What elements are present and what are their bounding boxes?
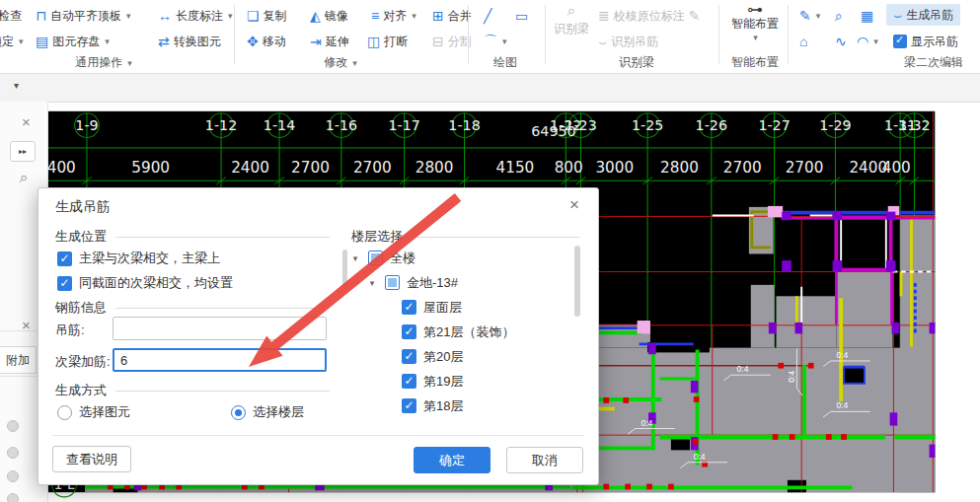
merge-button[interactable]: ⊞合并 [432,6,472,26]
expand-panel-button[interactable]: ▸▸ [10,141,36,162]
show-hanger-checkbox[interactable]: 显示吊筋 [893,32,958,51]
secondary-rebar-label: 次梁加筋: [55,353,111,371]
close-icon[interactable]: × [22,317,31,333]
partial-checkbox-icon[interactable] [368,251,383,265]
roof-tool-button[interactable]: ⌂ [799,32,807,51]
wave-tool-button[interactable]: ∿ [835,32,847,51]
tree-item-5[interactable]: 第19层 [349,369,574,394]
chevron-down-icon: ▾ [352,58,357,68]
dialog-close-icon[interactable]: × [569,195,579,215]
section-floor-select: 楼层选择 [351,228,580,246]
draw-rect-button[interactable]: ▭ [515,6,528,26]
floor-label: 第18层 [423,397,463,415]
radio-select-floor[interactable]: 选择楼层 [231,403,304,421]
expand-arrow-icon[interactable]: ▾ [366,278,378,288]
svg-text:1-32: 1-32 [898,117,930,133]
pen-tag-icon: ✎ [689,9,701,23]
chevron-down-icon: ▾ [502,36,507,46]
cloud-check-button[interactable]: 云检查 [0,6,22,26]
svg-text:2800: 2800 [415,159,454,177]
view-description-button[interactable]: 查看说明 [52,446,131,472]
generate-hanger-icon: ⌣ [893,8,902,22]
tree-item-4[interactable]: 第20层 [349,344,574,369]
auto-align-top-button[interactable]: ⊓自动平齐顶板▾ [36,6,130,26]
recognize-beam-icon: ⌕ [567,4,576,18]
checkbox-main-secondary[interactable]: 主梁与次梁相交，主梁上 [57,250,220,267]
ok-button[interactable]: 确定 [414,447,490,473]
merge-icon: ⊞ [432,9,444,23]
svg-text:0:4: 0:4 [836,350,848,360]
tree-item-1[interactable]: ▾金地-13# [349,270,574,295]
close-icon[interactable]: × [22,113,31,130]
tree-item-6[interactable]: 第18层 [349,394,574,418]
svg-text:1-9: 1-9 [75,117,98,133]
svg-text:2700: 2700 [723,159,762,177]
group-label-common[interactable]: 通用操作▾ [54,54,153,71]
move-button[interactable]: ✥移动 [247,32,286,51]
break-button[interactable]: ◫打断 [367,32,408,51]
partial-checkbox-icon[interactable] [385,275,400,290]
svg-text:2700: 2700 [786,159,824,177]
svg-text:1-29: 1-29 [819,117,851,133]
checked-checkbox-icon[interactable] [402,398,416,413]
cancel-button[interactable]: 取消 [506,447,583,473]
arc-icon: ⌒ [484,35,497,48]
checked-checkbox-icon[interactable] [402,374,416,389]
dialog-title: 生成吊筋 [55,198,111,216]
section-rebar-info: 钢筋信息 [55,299,330,317]
draw-line-button[interactable]: ╱ [484,6,491,26]
secondary-rebar-input[interactable] [113,348,327,372]
search-icon[interactable]: ⌕ [20,169,28,186]
layer-radio[interactable] [7,493,19,502]
tree-item-3[interactable]: 第21层（装饰） [349,320,574,344]
align-icon: ≡ [371,9,379,23]
chevron-down-icon: ▾ [126,11,131,21]
search-icon: ⌕ [835,9,843,23]
svg-text:4150: 4150 [496,159,535,177]
svg-text:5900: 5900 [131,159,170,177]
checked-checkbox-icon[interactable] [402,300,416,315]
checkbox-same-section[interactable]: 同截面的次梁相交，均设置 [57,274,233,292]
dotted-box-button[interactable]: ▦ [861,6,873,26]
generate-hanger-button[interactable]: ⌣生成吊筋 [886,4,960,26]
svg-text:2700: 2700 [291,159,330,177]
tab-attach[interactable]: 附加 [0,346,37,374]
chevron-down-icon: ▾ [127,58,132,68]
move-icon: ✥ [247,35,259,48]
save-icon: ▤ [36,35,48,48]
expand-arrow-icon[interactable]: ▾ [349,253,361,263]
radio-select-element[interactable]: 选择图元 [57,403,130,421]
draw-arc-button[interactable]: ⌒▾ [484,32,507,51]
layer-radio[interactable] [7,447,19,459]
smart-layout-button[interactable]: ⊶智能布置▾ [726,3,784,44]
pen-tool-button[interactable]: ✎▾ [799,6,820,26]
checked-checkbox-icon[interactable] [402,349,416,364]
copy-button[interactable]: ❏复制 [247,6,287,26]
align-button[interactable]: ≡对齐▾ [371,6,416,26]
search-tool-button[interactable]: ⌕ [835,6,843,26]
tree-item-2[interactable]: 屋面层 [349,295,574,320]
layer-radio[interactable] [7,470,19,482]
smart-layout-icon: ⊶ [747,3,763,17]
element-save-button[interactable]: ▤图元存盘▾ [36,32,110,51]
tree-item-0[interactable]: ▾全楼 [349,246,574,270]
copy-icon: ❏ [247,9,260,23]
convert-element-button[interactable]: ⇄转换图元 [158,32,221,51]
arch-tool-button[interactable]: ◠▾ [857,32,878,51]
chevron-down-icon: ▾ [412,11,416,21]
mirror-button[interactable]: ◭镜像 [310,6,348,26]
tree-scrollbar[interactable] [574,246,580,317]
chevron-down-icon[interactable]: ▾ [14,80,19,91]
group-label-draw: 绘图 [482,54,529,71]
group-label-modify[interactable]: 修改▾ [311,54,370,71]
layer-radio[interactable] [7,420,19,432]
left-scrollbar[interactable] [342,250,347,289]
hanger-rebar-input[interactable] [113,317,327,340]
arch-icon: ◠ [857,35,868,48]
chevrons-right-icon: ▸▸ [19,147,27,156]
split-icon: ⊟ [432,35,444,48]
checked-checkbox-icon[interactable] [402,324,416,339]
length-dimension-button[interactable]: ↔长度标注▾ [158,6,233,26]
lock-button[interactable]: 锁定▾ [0,32,24,51]
extend-button[interactable]: ⇥延伸 [310,32,349,51]
